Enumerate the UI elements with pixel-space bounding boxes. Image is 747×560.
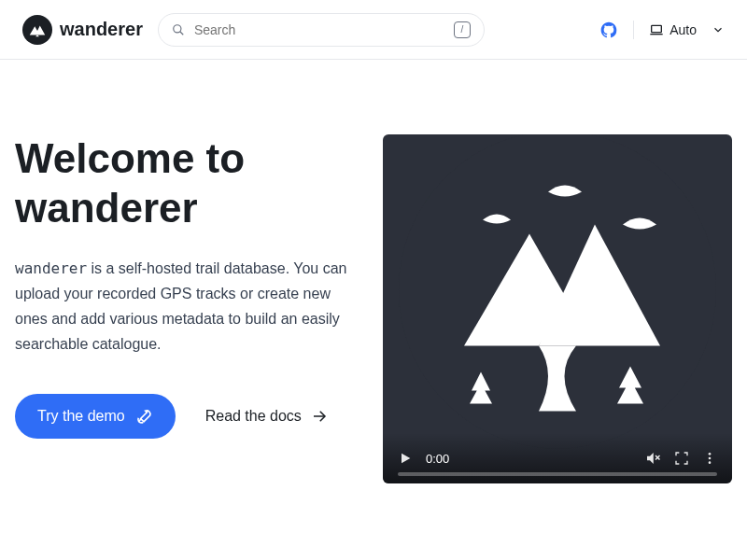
github-link[interactable] [599, 21, 618, 39]
try-demo-label: Try the demo [37, 408, 125, 425]
header-divider [633, 21, 634, 39]
hero-title: Welcome to wanderer [15, 134, 360, 233]
search-icon [172, 23, 185, 36]
theme-label: Auto [669, 22, 697, 37]
video-more-button[interactable] [702, 451, 717, 466]
read-docs-button[interactable]: Read the docs [205, 408, 328, 425]
fullscreen-icon [674, 451, 689, 466]
svg-point-10 [709, 461, 712, 464]
theme-selector[interactable]: Auto [649, 22, 725, 37]
chevron-down-icon [712, 23, 725, 36]
brand-logo-icon [22, 15, 52, 45]
play-icon [398, 451, 413, 466]
arrow-right-icon [311, 408, 328, 425]
search-shortcut-key: / [454, 21, 471, 38]
more-vertical-icon [702, 451, 717, 466]
hero-description: wanderer is a self-hosted trail database… [15, 256, 360, 357]
read-docs-label: Read the docs [205, 408, 302, 425]
video-current-time: 0:00 [426, 452, 449, 466]
try-demo-button[interactable]: Try the demo [15, 394, 176, 439]
svg-point-9 [709, 457, 712, 460]
search-box[interactable]: / [158, 13, 485, 47]
volume-icon [644, 450, 661, 467]
laptop-icon [649, 22, 664, 37]
search-input[interactable] [194, 22, 444, 37]
github-icon [599, 21, 618, 39]
hero-actions: Try the demo Read the docs [15, 394, 360, 439]
svg-point-8 [709, 453, 712, 455]
play-button[interactable] [398, 451, 413, 466]
svg-point-0 [174, 24, 181, 32]
hero-media: 0:00 [383, 134, 732, 483]
fullscreen-button[interactable] [674, 451, 689, 466]
svg-line-1 [180, 31, 184, 35]
hero-app-name: wanderer [15, 259, 87, 277]
intro-video[interactable]: 0:00 [383, 134, 732, 483]
video-progress-bar[interactable] [398, 472, 717, 476]
rocket-icon [134, 407, 153, 426]
hero-section: Welcome to wanderer wanderer is a self-h… [0, 60, 747, 483]
brand-name: wanderer [60, 19, 143, 40]
video-poster-illustration [399, 134, 716, 449]
brand-logo-link[interactable]: wanderer [22, 15, 143, 45]
svg-rect-2 [652, 25, 662, 32]
mute-button[interactable] [644, 450, 661, 467]
site-header: wanderer / Auto [0, 0, 747, 60]
hero-content: Welcome to wanderer wanderer is a self-h… [15, 134, 360, 483]
